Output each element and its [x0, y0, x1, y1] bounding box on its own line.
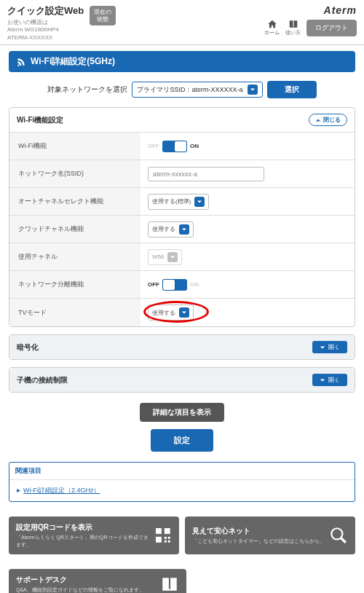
chevron-down-icon	[194, 197, 205, 207]
row-separation-label: ネットワーク分離機能	[9, 271, 141, 298]
expand-restriction-button[interactable]: 開く	[312, 374, 347, 386]
apply-button[interactable]: 設定	[151, 429, 213, 452]
qr-icon	[154, 526, 172, 545]
related-link[interactable]: Wi-Fi詳細設定（2.4GHz）	[23, 487, 100, 494]
row-auto-label: オートチャネルセレクト機能	[9, 188, 141, 215]
row-wifi-label: Wi-Fi機能	[9, 133, 141, 160]
svg-rect-0	[156, 528, 162, 534]
show-details-button[interactable]: 詳細な項目を表示	[140, 403, 224, 422]
home-icon	[266, 19, 278, 29]
safety-card[interactable]: 見えて安心ネット 「こども安心ネットタイマー」などの設定はこちらから。	[185, 517, 355, 554]
chevron-down-icon	[179, 307, 189, 318]
chevron-up-icon	[315, 117, 321, 123]
expand-encryption-button[interactable]: 開く	[312, 341, 347, 353]
svg-point-7	[331, 528, 342, 539]
section-header: Wi-Fi詳細設定(5GHz)	[9, 51, 355, 72]
channel-select[interactable]: W56	[148, 249, 182, 265]
auto-channel-select[interactable]: 使用する(標準)	[148, 194, 209, 210]
network-select[interactable]: プライマリSSID：aterm-XXXXXX-a	[132, 82, 262, 98]
device-label: お使いの機器は	[7, 19, 84, 26]
magnifier-icon	[329, 526, 348, 545]
svg-rect-2	[156, 537, 162, 543]
row-tv-label: TVモード	[9, 299, 141, 326]
panel-wifi-title: Wi-Fi機能設定	[17, 115, 63, 125]
row-quad-label: クワッドチャネル機能	[9, 216, 141, 243]
bullet-icon: ▸	[17, 486, 20, 494]
svg-rect-5	[165, 541, 167, 543]
quad-channel-select[interactable]: 使用する	[148, 221, 194, 237]
book-icon	[160, 575, 179, 593]
chevron-down-icon	[320, 345, 325, 350]
row-ssid-label: ネットワーク名(SSID)	[9, 160, 141, 187]
device-model: Aterm WG1800HP4	[7, 26, 84, 34]
chevron-down-icon	[179, 224, 189, 235]
network-select-label: 対象ネットワークを選択	[47, 85, 127, 95]
row-channel-label: 使用チャネル	[9, 243, 141, 270]
panel-encryption-title: 暗号化	[17, 342, 39, 353]
book-icon	[288, 19, 299, 29]
brand-logo: Aterm	[264, 4, 357, 16]
tv-mode-select[interactable]: 使用する	[148, 305, 194, 321]
qr-card[interactable]: 設定用QRコードを表示 「Atermらくらく QRスタート」用のQRコードを作成…	[9, 517, 179, 554]
current-status-button[interactable]: 現在の状態	[90, 6, 116, 25]
related-header: 関連項目	[9, 463, 355, 480]
support-card[interactable]: サポートデスク Q&A、機能別設定ガイドなどの情報をご覧になれます。	[9, 569, 186, 593]
wifi-toggle[interactable]: OFF ON	[148, 141, 199, 152]
chevron-down-icon	[320, 377, 325, 383]
chevron-down-icon	[167, 252, 178, 262]
svg-rect-6	[168, 541, 170, 543]
chevron-down-icon	[248, 85, 258, 95]
collapse-button[interactable]: 閉じる	[309, 114, 347, 126]
help-button[interactable]: 使い方	[285, 19, 301, 36]
separation-toggle[interactable]: OFF ON	[148, 279, 199, 291]
panel-restriction-title: 子機の接続制限	[17, 375, 68, 385]
home-button[interactable]: ホーム	[264, 19, 280, 36]
svg-rect-1	[165, 528, 170, 534]
svg-rect-3	[165, 537, 167, 539]
logout-button[interactable]: ログアウト	[306, 20, 357, 36]
device-name: ATERM-XXXXXX	[7, 34, 84, 42]
svg-rect-4	[168, 537, 170, 539]
ssid-input[interactable]	[148, 167, 264, 181]
select-button[interactable]: 選択	[267, 81, 317, 98]
app-title: クイック設定Web	[7, 4, 84, 17]
wifi-icon	[16, 57, 26, 67]
